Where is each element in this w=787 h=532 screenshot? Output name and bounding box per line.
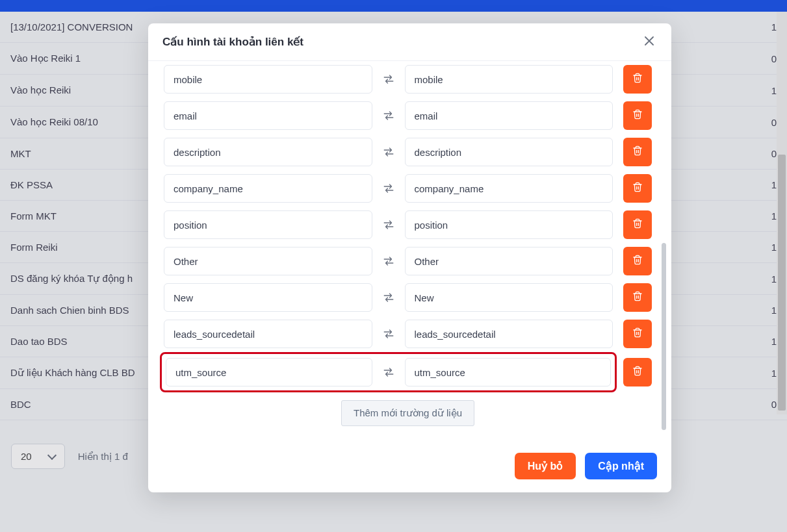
trash-icon xyxy=(632,327,643,340)
highlighted-mapping: utm_sourceutm_source xyxy=(160,352,617,392)
mapping-row: descriptiondescription xyxy=(164,138,652,166)
target-field-input[interactable]: company_name xyxy=(405,174,613,203)
cancel-button[interactable]: Huỷ bỏ xyxy=(515,453,576,479)
target-field-input[interactable]: leads_sourcedetail xyxy=(405,320,613,348)
target-field-input[interactable]: description xyxy=(405,138,613,166)
mapping-row: NewNew xyxy=(164,283,652,312)
sync-icon xyxy=(383,111,394,120)
sync-icon xyxy=(383,257,394,266)
delete-mapping-button[interactable] xyxy=(623,174,652,203)
sync-icon xyxy=(383,184,394,193)
delete-mapping-button[interactable] xyxy=(623,101,652,130)
sync-icon xyxy=(383,329,394,338)
source-field-input[interactable]: company_name xyxy=(164,174,372,203)
source-field-input[interactable]: Other xyxy=(164,247,372,275)
close-icon[interactable] xyxy=(641,35,657,49)
sync-icon xyxy=(383,75,394,84)
mapping-row: mobilemobile xyxy=(164,65,652,94)
source-field-input[interactable]: email xyxy=(164,101,372,130)
trash-icon xyxy=(632,366,643,379)
trash-icon xyxy=(632,146,643,158)
mapping-row: emailemail xyxy=(164,101,652,130)
delete-mapping-button[interactable] xyxy=(623,358,652,386)
mapping-row: positionposition xyxy=(164,210,652,239)
mapping-row: utm_sourceutm_source xyxy=(164,356,652,388)
modal-header: Cấu hình tài khoản liên kết xyxy=(148,23,671,60)
mapping-row: leads_sourcedetailleads_sourcedetail xyxy=(164,320,652,348)
mapping-row: OtherOther xyxy=(164,247,652,275)
page-container: [13/10/2021] CONVERSION1Vào Học Reiki 10… xyxy=(0,12,787,532)
sync-icon xyxy=(383,147,394,157)
trash-icon xyxy=(632,255,643,268)
source-field-input[interactable]: utm_source xyxy=(166,358,372,386)
mapping-row: utm_sourceutm_source xyxy=(166,358,611,386)
sync-icon xyxy=(383,293,394,302)
modal-title: Cấu hình tài khoản liên kết xyxy=(162,35,303,49)
modal-body: mobilemobileemailemaildescriptiondescrip… xyxy=(148,60,671,442)
delete-mapping-button[interactable] xyxy=(623,283,652,312)
delete-mapping-button[interactable] xyxy=(623,247,652,275)
source-field-input[interactable]: position xyxy=(164,210,372,239)
target-field-input[interactable]: Other xyxy=(405,247,613,275)
target-field-input[interactable]: position xyxy=(405,210,613,239)
delete-mapping-button[interactable] xyxy=(623,65,652,94)
sync-icon xyxy=(383,220,394,229)
delete-mapping-button[interactable] xyxy=(623,138,652,166)
source-field-input[interactable]: mobile xyxy=(164,65,372,94)
source-field-input[interactable]: description xyxy=(164,138,372,166)
target-field-input[interactable]: utm_source xyxy=(405,358,612,386)
source-field-input[interactable]: leads_sourcedetail xyxy=(164,320,372,348)
mapping-rows: mobilemobileemailemaildescriptiondescrip… xyxy=(164,65,652,388)
modal-footer: Huỷ bỏ Cập nhật xyxy=(148,442,671,492)
add-field-button[interactable]: Thêm mới trường dữ liệu xyxy=(341,400,474,426)
delete-mapping-button[interactable] xyxy=(623,320,652,348)
target-field-input[interactable]: email xyxy=(405,101,613,130)
trash-icon xyxy=(632,109,643,122)
trash-icon xyxy=(632,182,643,195)
target-field-input[interactable]: mobile xyxy=(405,65,613,94)
trash-icon xyxy=(632,291,643,304)
modal-scrollbar[interactable] xyxy=(662,243,666,430)
target-field-input[interactable]: New xyxy=(405,283,613,312)
sync-icon xyxy=(383,368,394,377)
trash-icon xyxy=(632,218,643,231)
update-button[interactable]: Cập nhật xyxy=(585,453,657,479)
mapping-config-modal: Cấu hình tài khoản liên kết mobilemobile… xyxy=(148,23,671,492)
source-field-input[interactable]: New xyxy=(164,283,372,312)
app-top-bar xyxy=(0,0,787,12)
trash-icon xyxy=(632,73,643,86)
mapping-row: company_namecompany_name xyxy=(164,174,652,203)
delete-mapping-button[interactable] xyxy=(623,210,652,239)
